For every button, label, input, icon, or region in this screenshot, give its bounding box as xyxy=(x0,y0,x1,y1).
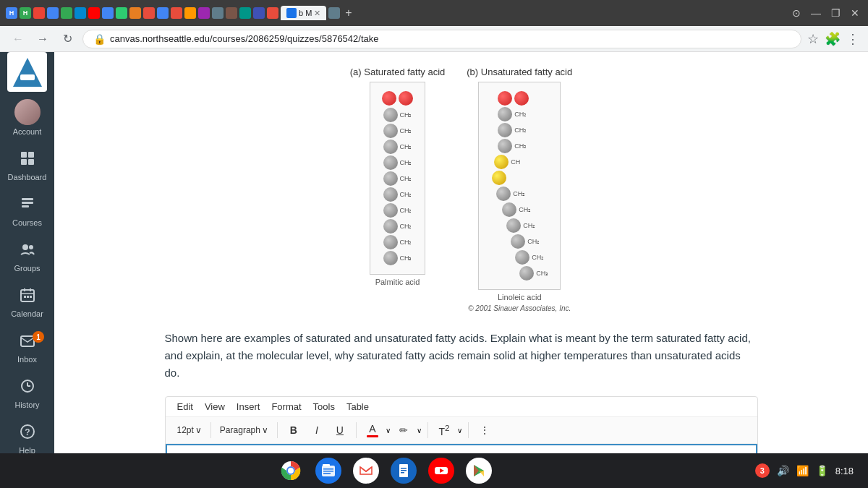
menu-format[interactable]: Format xyxy=(271,401,301,412)
new-tab-button[interactable]: + xyxy=(342,7,354,20)
svg-rect-16 xyxy=(27,296,29,298)
superscript-label: T2 xyxy=(438,423,449,437)
taskbar-gmail-icon[interactable] xyxy=(353,458,379,484)
browser-nav: ← → ↻ 🔒 canvas.northseattle.edu/courses/… xyxy=(0,26,868,52)
paragraph-select[interactable]: Paragraph ∨ xyxy=(217,424,271,437)
taskbar-chrome-icon[interactable] xyxy=(278,458,304,484)
svg-rect-17 xyxy=(30,296,32,298)
text-color-indicator: A xyxy=(367,423,378,437)
menu-edit[interactable]: Edit xyxy=(177,401,193,412)
sidebar-item-history[interactable]: History xyxy=(0,371,54,416)
groups-icon xyxy=(20,241,35,262)
copyright-caption: © 2001 Sinauer Associates, Inc. xyxy=(468,304,571,312)
taskbar-files-icon[interactable] xyxy=(315,458,341,484)
browser-tabs: H H b M ✕ xyxy=(6,4,862,22)
taskbar-time: 8:18 xyxy=(835,466,854,476)
account-label: Account xyxy=(13,127,42,136)
wifi-icon[interactable]: 📶 xyxy=(796,465,809,476)
svg-rect-34 xyxy=(401,470,407,471)
font-size-select[interactable]: 12pt ∨ xyxy=(174,424,205,437)
tab-icon-18 xyxy=(239,7,251,19)
editor-textarea[interactable] xyxy=(166,444,757,453)
address-bar[interactable]: 🔒 canvas.northseattle.edu/courses/208625… xyxy=(82,30,801,48)
tab-icon-19 xyxy=(253,7,265,19)
menu-view[interactable]: View xyxy=(205,401,225,412)
underline-button[interactable]: U xyxy=(330,420,350,440)
taskbar-playstore-icon[interactable] xyxy=(466,458,492,484)
menu-tools[interactable]: Tools xyxy=(313,401,335,412)
tab-icon-16 xyxy=(212,7,224,19)
highlight-chevron[interactable]: ∨ xyxy=(417,427,422,435)
address-text: canvas.northseattle.edu/courses/2086259/… xyxy=(110,33,791,44)
text-color-chevron[interactable]: ∨ xyxy=(386,427,391,435)
toolbar-separator-3 xyxy=(356,422,357,438)
sidebar-item-account[interactable]: Account xyxy=(0,92,54,143)
menu-insert[interactable]: Insert xyxy=(237,401,260,412)
sidebar-item-inbox[interactable]: 1 Inbox xyxy=(0,325,54,371)
active-tab[interactable]: b M ✕ xyxy=(281,6,326,20)
sidebar-item-courses[interactable]: Courses xyxy=(0,189,54,234)
inbox-badge: 1 xyxy=(33,331,44,343)
text-color-button[interactable]: A xyxy=(362,420,383,440)
tab-icon-1: H xyxy=(6,7,17,19)
svg-rect-35 xyxy=(401,472,404,474)
tab-icon-13 xyxy=(171,7,182,19)
question-text: Shown here are examples of saturated and… xyxy=(165,330,758,382)
text-editor: Edit View Insert Format Tools Table 12pt… xyxy=(165,396,758,453)
minimize-button[interactable]: — xyxy=(808,4,824,22)
taskbar-center xyxy=(278,458,492,484)
svg-rect-15 xyxy=(24,296,26,298)
bold-button[interactable]: B xyxy=(284,420,304,440)
svg-rect-3 xyxy=(28,152,34,158)
editor-toolbar: 12pt ∨ Paragraph ∨ B I U A xyxy=(166,417,757,444)
unsaturated-acid-structure: CH₂ CH₂ CH₂ CH CH₂ CH₂ CH₂ CH₂ xyxy=(490,91,548,281)
browser-menu-button[interactable]: ⋮ xyxy=(846,31,859,47)
active-tab-label: b M xyxy=(299,9,312,17)
extension-button[interactable]: 🧩 xyxy=(825,31,841,47)
notification-count[interactable]: 3 xyxy=(755,463,770,478)
back-button[interactable]: ← xyxy=(9,30,27,48)
tab-icon-8 xyxy=(102,7,114,19)
taskbar: 3 🔊 📶 🔋 8:18 xyxy=(0,453,868,488)
lock-icon: 🔒 xyxy=(93,33,106,45)
svg-marker-0 xyxy=(13,58,42,87)
active-tab-close[interactable]: ✕ xyxy=(314,9,320,18)
close-button[interactable]: ✕ xyxy=(848,4,862,22)
menu-table[interactable]: Table xyxy=(346,401,369,412)
sidebar-item-dashboard[interactable]: Dashboard xyxy=(0,143,54,189)
svg-rect-4 xyxy=(21,159,27,165)
superscript-button[interactable]: T2 xyxy=(434,420,454,440)
canvas-logo-svg xyxy=(9,54,46,90)
refresh-button[interactable]: ↻ xyxy=(58,30,77,48)
tab-icon-22 xyxy=(328,7,340,19)
taskbar-docs-icon[interactable] xyxy=(391,458,417,484)
profile-icon[interactable]: ⊙ xyxy=(789,4,804,22)
svg-rect-33 xyxy=(401,468,407,469)
toolbar-separator-2 xyxy=(277,422,278,438)
sidebar-item-help[interactable]: ? Help xyxy=(0,416,54,453)
calendar-label: Calendar xyxy=(11,309,43,318)
main-area: Account Dashboard Courses xyxy=(0,52,868,453)
sidebar-item-calendar[interactable]: Calendar xyxy=(0,280,54,325)
volume-icon[interactable]: 🔊 xyxy=(777,465,789,476)
highlight-color-button[interactable]: ✏ xyxy=(393,420,414,440)
forward-button[interactable]: → xyxy=(33,30,52,48)
superscript-chevron[interactable]: ∨ xyxy=(457,427,462,435)
font-size-value: 12pt xyxy=(177,425,194,435)
bookmark-button[interactable]: ☆ xyxy=(807,31,819,47)
svg-point-9 xyxy=(22,244,28,250)
italic-button[interactable]: I xyxy=(307,420,327,440)
paragraph-value: Paragraph xyxy=(220,425,260,435)
sidebar-item-groups[interactable]: Groups xyxy=(0,234,54,280)
toolbar-separator-4 xyxy=(427,422,428,438)
groups-label: Groups xyxy=(14,264,40,273)
taskbar-youtube-icon[interactable] xyxy=(428,458,454,484)
courses-label: Courses xyxy=(12,218,42,227)
more-options-button[interactable]: ⋮ xyxy=(475,420,495,440)
saturated-acid-box: (a) Saturated fatty acid CH₂ xyxy=(350,67,446,312)
tab-icon-5 xyxy=(61,7,72,19)
dashboard-label: Dashboard xyxy=(8,173,47,181)
restore-button[interactable]: ❐ xyxy=(828,4,843,22)
svg-point-10 xyxy=(29,245,33,249)
svg-rect-1 xyxy=(20,74,35,80)
